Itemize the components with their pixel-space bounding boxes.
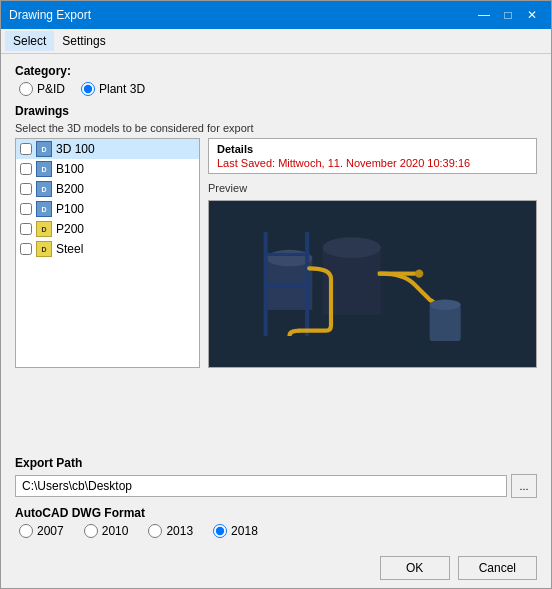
svg-point-14 — [415, 269, 423, 277]
export-path-row: ... — [15, 474, 537, 498]
window-title: Drawing Export — [9, 8, 91, 22]
list-item-label: P200 — [56, 222, 84, 236]
format-2007-radio[interactable] — [19, 524, 33, 538]
preview-label-text: Preview — [208, 182, 537, 194]
category-pid-option[interactable]: P&ID — [19, 82, 65, 96]
menu-item-settings[interactable]: Settings — [54, 31, 113, 51]
details-title: Details — [217, 143, 528, 155]
details-text: Last Saved: Mittwoch, 11. November 2020 … — [217, 157, 528, 169]
format-2010-option[interactable]: 2010 — [84, 524, 129, 538]
cancel-button[interactable]: Cancel — [458, 556, 537, 580]
format-radio-group: 2007 2010 2013 2018 — [19, 524, 537, 538]
details-box: Details Last Saved: Mittwoch, 11. Novemb… — [208, 138, 537, 174]
category-plant3d-radio[interactable] — [81, 82, 95, 96]
browse-button[interactable]: ... — [511, 474, 537, 498]
svg-rect-13 — [378, 272, 420, 276]
item-icon-blue: D — [36, 181, 52, 197]
category-pid-radio[interactable] — [19, 82, 33, 96]
format-2007-label: 2007 — [37, 524, 64, 538]
format-2018-label: 2018 — [231, 524, 258, 538]
footer: OK Cancel — [1, 548, 551, 588]
item-icon-yellow: D — [36, 221, 52, 237]
svg-point-6 — [323, 237, 381, 258]
category-plant3d-label: Plant 3D — [99, 82, 145, 96]
item-icon-yellow: D — [36, 241, 52, 257]
drawings-list[interactable]: D 3D 100 D B100 D B200 — [15, 138, 200, 368]
list-item-checkbox[interactable] — [20, 183, 32, 195]
format-2018-radio[interactable] — [213, 524, 227, 538]
maximize-button[interactable]: □ — [497, 5, 519, 25]
list-item-checkbox[interactable] — [20, 143, 32, 155]
list-item[interactable]: D P100 — [16, 199, 199, 219]
drawings-helper-text: Select the 3D models to be considered fo… — [15, 122, 537, 134]
category-section: Category: P&ID Plant 3D — [15, 64, 537, 96]
export-path-label: Export Path — [15, 456, 537, 470]
format-section: AutoCAD DWG Format 2007 2010 2013 2018 — [15, 506, 537, 538]
preview-box — [208, 200, 537, 368]
item-icon-blue: D — [36, 161, 52, 177]
list-item[interactable]: D Steel — [16, 239, 199, 259]
list-item-checkbox[interactable] — [20, 243, 32, 255]
drawings-main: D 3D 100 D B100 D B200 — [15, 138, 537, 368]
menu-item-select[interactable]: Select — [5, 31, 54, 51]
ok-button[interactable]: OK — [380, 556, 450, 580]
format-2013-radio[interactable] — [148, 524, 162, 538]
list-item-checkbox[interactable] — [20, 163, 32, 175]
list-item[interactable]: D 3D 100 — [16, 139, 199, 159]
category-radio-group: P&ID Plant 3D — [19, 82, 537, 96]
list-item-checkbox[interactable] — [20, 203, 32, 215]
export-path-input[interactable] — [15, 475, 507, 497]
format-2010-radio[interactable] — [84, 524, 98, 538]
list-item-label: B100 — [56, 162, 84, 176]
svg-point-12 — [430, 300, 461, 310]
list-item-label: B200 — [56, 182, 84, 196]
format-2013-option[interactable]: 2013 — [148, 524, 193, 538]
format-label: AutoCAD DWG Format — [15, 506, 537, 520]
minimize-button[interactable]: — — [473, 5, 495, 25]
drawings-section: Drawings Select the 3D models to be cons… — [15, 104, 537, 448]
item-icon-blue: D — [36, 141, 52, 157]
item-icon-blue: D — [36, 201, 52, 217]
format-2018-option[interactable]: 2018 — [213, 524, 258, 538]
list-item[interactable]: D B200 — [16, 179, 199, 199]
preview-svg — [209, 201, 536, 367]
list-item[interactable]: D P200 — [16, 219, 199, 239]
list-item-checkbox[interactable] — [20, 223, 32, 235]
svg-rect-9 — [264, 253, 310, 256]
export-path-section: Export Path ... — [15, 456, 537, 498]
window-controls: — □ ✕ — [473, 5, 543, 25]
format-2007-option[interactable]: 2007 — [19, 524, 64, 538]
dialog-content: Category: P&ID Plant 3D Drawings Select … — [1, 54, 551, 548]
drawings-section-label: Drawings — [15, 104, 537, 118]
close-button[interactable]: ✕ — [521, 5, 543, 25]
details-panel: Details Last Saved: Mittwoch, 11. Novemb… — [208, 138, 537, 368]
list-item-label: Steel — [56, 242, 83, 256]
svg-rect-11 — [430, 305, 461, 341]
list-item[interactable]: D B100 — [16, 159, 199, 179]
svg-rect-10 — [264, 284, 310, 287]
menu-bar: Select Settings — [1, 29, 551, 54]
format-2010-label: 2010 — [102, 524, 129, 538]
format-2013-label: 2013 — [166, 524, 193, 538]
list-item-label: P100 — [56, 202, 84, 216]
category-label: Category: — [15, 64, 537, 78]
drawing-export-window: Drawing Export — □ ✕ Select Settings Cat… — [0, 0, 552, 589]
title-bar: Drawing Export — □ ✕ — [1, 1, 551, 29]
category-plant3d-option[interactable]: Plant 3D — [81, 82, 145, 96]
list-item-label: 3D 100 — [56, 142, 95, 156]
category-pid-label: P&ID — [37, 82, 65, 96]
